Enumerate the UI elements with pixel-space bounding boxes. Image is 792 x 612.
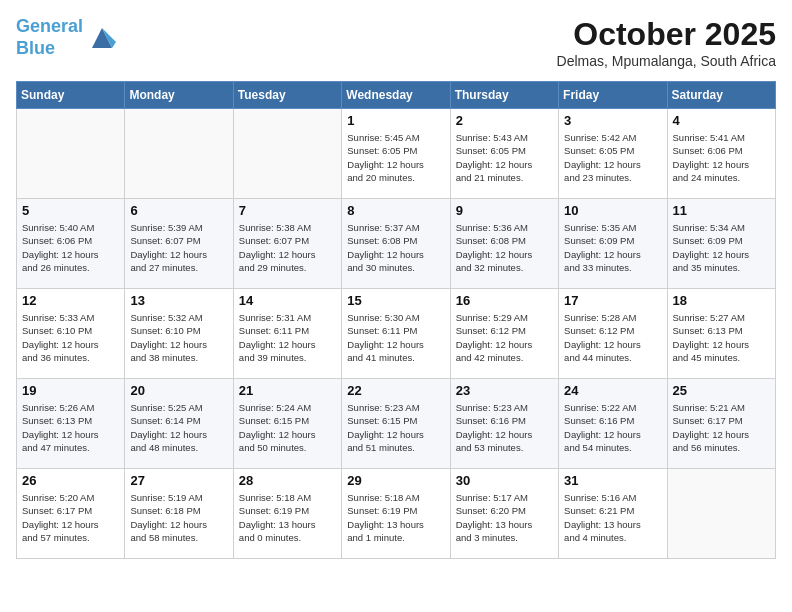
day-info: Sunrise: 5:17 AM Sunset: 6:20 PM Dayligh… [456, 491, 553, 544]
calendar-cell: 31Sunrise: 5:16 AM Sunset: 6:21 PM Dayli… [559, 469, 667, 559]
calendar-cell: 9Sunrise: 5:36 AM Sunset: 6:08 PM Daylig… [450, 199, 558, 289]
calendar-week-2: 5Sunrise: 5:40 AM Sunset: 6:06 PM Daylig… [17, 199, 776, 289]
calendar-cell: 16Sunrise: 5:29 AM Sunset: 6:12 PM Dayli… [450, 289, 558, 379]
day-number: 10 [564, 203, 661, 218]
day-info: Sunrise: 5:39 AM Sunset: 6:07 PM Dayligh… [130, 221, 227, 274]
day-number: 2 [456, 113, 553, 128]
day-info: Sunrise: 5:26 AM Sunset: 6:13 PM Dayligh… [22, 401, 119, 454]
day-number: 30 [456, 473, 553, 488]
day-number: 26 [22, 473, 119, 488]
calendar-cell [125, 109, 233, 199]
calendar-cell: 6Sunrise: 5:39 AM Sunset: 6:07 PM Daylig… [125, 199, 233, 289]
day-number: 18 [673, 293, 770, 308]
calendar-cell: 5Sunrise: 5:40 AM Sunset: 6:06 PM Daylig… [17, 199, 125, 289]
calendar-cell: 11Sunrise: 5:34 AM Sunset: 6:09 PM Dayli… [667, 199, 775, 289]
calendar-cell [233, 109, 341, 199]
calendar-cell: 4Sunrise: 5:41 AM Sunset: 6:06 PM Daylig… [667, 109, 775, 199]
calendar-cell: 30Sunrise: 5:17 AM Sunset: 6:20 PM Dayli… [450, 469, 558, 559]
day-number: 24 [564, 383, 661, 398]
logo: General Blue [16, 16, 116, 59]
weekday-header-wednesday: Wednesday [342, 82, 450, 109]
weekday-header-tuesday: Tuesday [233, 82, 341, 109]
day-info: Sunrise: 5:32 AM Sunset: 6:10 PM Dayligh… [130, 311, 227, 364]
day-number: 3 [564, 113, 661, 128]
calendar-cell: 1Sunrise: 5:45 AM Sunset: 6:05 PM Daylig… [342, 109, 450, 199]
day-info: Sunrise: 5:21 AM Sunset: 6:17 PM Dayligh… [673, 401, 770, 454]
day-info: Sunrise: 5:38 AM Sunset: 6:07 PM Dayligh… [239, 221, 336, 274]
day-info: Sunrise: 5:25 AM Sunset: 6:14 PM Dayligh… [130, 401, 227, 454]
day-number: 31 [564, 473, 661, 488]
calendar-cell: 15Sunrise: 5:30 AM Sunset: 6:11 PM Dayli… [342, 289, 450, 379]
day-info: Sunrise: 5:42 AM Sunset: 6:05 PM Dayligh… [564, 131, 661, 184]
calendar-cell: 23Sunrise: 5:23 AM Sunset: 6:16 PM Dayli… [450, 379, 558, 469]
day-number: 5 [22, 203, 119, 218]
day-info: Sunrise: 5:28 AM Sunset: 6:12 PM Dayligh… [564, 311, 661, 364]
calendar-cell: 12Sunrise: 5:33 AM Sunset: 6:10 PM Dayli… [17, 289, 125, 379]
page-header: General Blue October 2025 Delmas, Mpumal… [16, 16, 776, 69]
weekday-header-monday: Monday [125, 82, 233, 109]
calendar-cell [667, 469, 775, 559]
day-number: 22 [347, 383, 444, 398]
calendar-table: SundayMondayTuesdayWednesdayThursdayFrid… [16, 81, 776, 559]
calendar-cell: 17Sunrise: 5:28 AM Sunset: 6:12 PM Dayli… [559, 289, 667, 379]
day-info: Sunrise: 5:24 AM Sunset: 6:15 PM Dayligh… [239, 401, 336, 454]
day-info: Sunrise: 5:33 AM Sunset: 6:10 PM Dayligh… [22, 311, 119, 364]
day-number: 4 [673, 113, 770, 128]
day-info: Sunrise: 5:35 AM Sunset: 6:09 PM Dayligh… [564, 221, 661, 274]
day-number: 12 [22, 293, 119, 308]
calendar-cell: 7Sunrise: 5:38 AM Sunset: 6:07 PM Daylig… [233, 199, 341, 289]
weekday-header-sunday: Sunday [17, 82, 125, 109]
day-number: 29 [347, 473, 444, 488]
day-number: 8 [347, 203, 444, 218]
calendar-cell: 10Sunrise: 5:35 AM Sunset: 6:09 PM Dayli… [559, 199, 667, 289]
day-info: Sunrise: 5:45 AM Sunset: 6:05 PM Dayligh… [347, 131, 444, 184]
day-info: Sunrise: 5:23 AM Sunset: 6:15 PM Dayligh… [347, 401, 444, 454]
calendar-cell: 27Sunrise: 5:19 AM Sunset: 6:18 PM Dayli… [125, 469, 233, 559]
calendar-cell: 28Sunrise: 5:18 AM Sunset: 6:19 PM Dayli… [233, 469, 341, 559]
day-number: 9 [456, 203, 553, 218]
month-title: October 2025 [557, 16, 776, 53]
calendar-week-4: 19Sunrise: 5:26 AM Sunset: 6:13 PM Dayli… [17, 379, 776, 469]
day-info: Sunrise: 5:37 AM Sunset: 6:08 PM Dayligh… [347, 221, 444, 274]
day-number: 19 [22, 383, 119, 398]
day-number: 25 [673, 383, 770, 398]
day-info: Sunrise: 5:29 AM Sunset: 6:12 PM Dayligh… [456, 311, 553, 364]
day-number: 15 [347, 293, 444, 308]
day-info: Sunrise: 5:18 AM Sunset: 6:19 PM Dayligh… [239, 491, 336, 544]
day-number: 7 [239, 203, 336, 218]
day-info: Sunrise: 5:34 AM Sunset: 6:09 PM Dayligh… [673, 221, 770, 274]
day-number: 16 [456, 293, 553, 308]
calendar-cell: 18Sunrise: 5:27 AM Sunset: 6:13 PM Dayli… [667, 289, 775, 379]
day-number: 20 [130, 383, 227, 398]
day-info: Sunrise: 5:43 AM Sunset: 6:05 PM Dayligh… [456, 131, 553, 184]
day-info: Sunrise: 5:20 AM Sunset: 6:17 PM Dayligh… [22, 491, 119, 544]
title-block: October 2025 Delmas, Mpumalanga, South A… [557, 16, 776, 69]
logo-text: General Blue [16, 16, 83, 59]
calendar-header-row: SundayMondayTuesdayWednesdayThursdayFrid… [17, 82, 776, 109]
calendar-week-3: 12Sunrise: 5:33 AM Sunset: 6:10 PM Dayli… [17, 289, 776, 379]
calendar-cell: 3Sunrise: 5:42 AM Sunset: 6:05 PM Daylig… [559, 109, 667, 199]
calendar-cell: 19Sunrise: 5:26 AM Sunset: 6:13 PM Dayli… [17, 379, 125, 469]
day-number: 14 [239, 293, 336, 308]
day-info: Sunrise: 5:27 AM Sunset: 6:13 PM Dayligh… [673, 311, 770, 364]
day-info: Sunrise: 5:31 AM Sunset: 6:11 PM Dayligh… [239, 311, 336, 364]
day-info: Sunrise: 5:40 AM Sunset: 6:06 PM Dayligh… [22, 221, 119, 274]
weekday-header-saturday: Saturday [667, 82, 775, 109]
calendar-cell: 2Sunrise: 5:43 AM Sunset: 6:05 PM Daylig… [450, 109, 558, 199]
day-number: 27 [130, 473, 227, 488]
calendar-cell: 14Sunrise: 5:31 AM Sunset: 6:11 PM Dayli… [233, 289, 341, 379]
day-info: Sunrise: 5:22 AM Sunset: 6:16 PM Dayligh… [564, 401, 661, 454]
day-info: Sunrise: 5:23 AM Sunset: 6:16 PM Dayligh… [456, 401, 553, 454]
calendar-cell [17, 109, 125, 199]
calendar-cell: 21Sunrise: 5:24 AM Sunset: 6:15 PM Dayli… [233, 379, 341, 469]
day-info: Sunrise: 5:41 AM Sunset: 6:06 PM Dayligh… [673, 131, 770, 184]
calendar-cell: 25Sunrise: 5:21 AM Sunset: 6:17 PM Dayli… [667, 379, 775, 469]
calendar-cell: 24Sunrise: 5:22 AM Sunset: 6:16 PM Dayli… [559, 379, 667, 469]
calendar-cell: 22Sunrise: 5:23 AM Sunset: 6:15 PM Dayli… [342, 379, 450, 469]
day-number: 6 [130, 203, 227, 218]
calendar-cell: 29Sunrise: 5:18 AM Sunset: 6:19 PM Dayli… [342, 469, 450, 559]
day-number: 13 [130, 293, 227, 308]
calendar-cell: 13Sunrise: 5:32 AM Sunset: 6:10 PM Dayli… [125, 289, 233, 379]
day-info: Sunrise: 5:18 AM Sunset: 6:19 PM Dayligh… [347, 491, 444, 544]
day-info: Sunrise: 5:36 AM Sunset: 6:08 PM Dayligh… [456, 221, 553, 274]
